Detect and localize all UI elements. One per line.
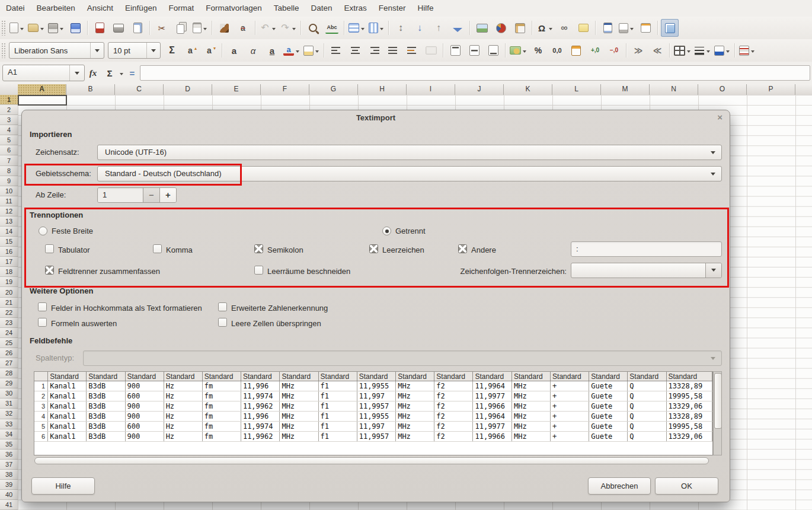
chevron-down-icon[interactable]: [120, 73, 123, 77]
preview-column-header-16[interactable]: Standard: [628, 372, 666, 381]
chevron-down-icon[interactable]: [296, 50, 299, 55]
row-header-14[interactable]: 14: [0, 227, 18, 237]
row-header-32[interactable]: 32: [0, 409, 18, 419]
charset-select[interactable]: Unicode (UTF-16): [97, 145, 722, 160]
row-header-25[interactable]: 25: [0, 338, 18, 348]
preview-column-header-17[interactable]: Standard: [666, 372, 712, 381]
row-header-15[interactable]: 15: [0, 237, 18, 247]
row-header-35[interactable]: 35: [0, 439, 18, 450]
sort-icon[interactable]: ↕: [392, 19, 410, 37]
align-center-icon[interactable]: [346, 42, 364, 59]
insert-row-icon[interactable]: [347, 19, 366, 37]
row-header-16[interactable]: 16: [0, 247, 18, 257]
preview-column-header-9[interactable]: Standard: [357, 372, 395, 381]
shrink-font-icon[interactable]: a▾: [201, 42, 219, 59]
semicolon-checkbox[interactable]: [254, 244, 263, 253]
row-header-33[interactable]: 33: [0, 419, 18, 429]
row-header-19[interactable]: 19: [0, 277, 18, 287]
insert-chart-icon[interactable]: [492, 19, 510, 37]
row-header-1[interactable]: 1: [0, 95, 18, 105]
menu-hilfe[interactable]: Hilfe: [412, 0, 440, 17]
row-header-13[interactable]: 13: [0, 216, 18, 227]
row-header-21[interactable]: 21: [0, 298, 18, 308]
save-icon[interactable]: [47, 19, 65, 37]
increment-button[interactable]: +: [159, 188, 176, 202]
preview-column-header-3[interactable]: Standard: [125, 372, 164, 381]
align-vcenter-icon[interactable]: [465, 42, 483, 59]
chevron-down-icon[interactable]: [272, 28, 276, 32]
chevron-down-icon[interactable]: [90, 43, 104, 58]
row-header-23[interactable]: 23: [0, 318, 18, 328]
skip-empty-checkbox[interactable]: [218, 318, 227, 327]
sum-icon[interactable]: Σ: [163, 42, 181, 59]
column-header-a[interactable]: A: [18, 84, 66, 95]
function-wizard-icon[interactable]: fx: [86, 65, 100, 81]
chevron-down-icon[interactable]: [706, 50, 710, 55]
preview-column-header-8[interactable]: Standard: [318, 372, 357, 381]
open-icon[interactable]: [27, 19, 46, 37]
menu-einf-gen[interactable]: Einfügen: [119, 0, 162, 17]
column-header-h[interactable]: H: [358, 84, 407, 95]
close-icon[interactable]: ×: [717, 112, 723, 123]
preview-column-header-10[interactable]: Standard: [396, 372, 434, 381]
preview-horizontal-scrollbar[interactable]: [34, 457, 709, 464]
justify-icon[interactable]: [384, 42, 402, 59]
new-document-icon[interactable]: [8, 19, 25, 37]
row-header-31[interactable]: 31: [0, 399, 18, 409]
font-color-icon[interactable]: a: [282, 42, 301, 59]
print-area-icon[interactable]: [618, 19, 635, 37]
other-checkbox[interactable]: [458, 244, 467, 253]
row-header-22[interactable]: 22: [0, 308, 18, 318]
font-name-combo[interactable]: Liberation Sans: [9, 42, 104, 59]
column-header-i[interactable]: I: [407, 84, 455, 95]
row-header-27[interactable]: 27: [0, 358, 18, 368]
preview-column-header-4[interactable]: Standard: [164, 372, 202, 381]
fixed-width-radio[interactable]: [39, 227, 47, 235]
chevron-down-icon[interactable]: [361, 28, 365, 32]
print-preview-icon[interactable]: [129, 19, 146, 37]
print-icon[interactable]: [110, 19, 127, 37]
chevron-down-icon[interactable]: [20, 28, 24, 32]
ok-button[interactable]: OK: [655, 477, 718, 495]
menu-ansicht[interactable]: Ansicht: [81, 0, 119, 17]
decrease-indent-icon[interactable]: ≪: [648, 42, 666, 59]
remove-decimal-icon[interactable]: −,0: [605, 42, 623, 59]
preview-column-header-13[interactable]: Standard: [512, 372, 550, 381]
find-replace-icon[interactable]: [304, 19, 322, 37]
column-header-c[interactable]: C: [115, 84, 164, 95]
spelling-icon[interactable]: Abc: [323, 19, 341, 37]
menu-daten[interactable]: Daten: [305, 0, 338, 17]
row-header-17[interactable]: 17: [0, 257, 18, 267]
sort-ascending-icon[interactable]: ↑: [430, 19, 447, 37]
preview-column-header-11[interactable]: Standard: [434, 372, 473, 381]
space-checkbox[interactable]: [369, 244, 378, 253]
evaluate-formulas-checkbox[interactable]: [38, 318, 47, 327]
conditional-formatting-icon[interactable]: [738, 42, 756, 59]
preview-column-header-2[interactable]: Standard: [87, 372, 125, 381]
chevron-down-icon[interactable]: [705, 263, 721, 278]
cut-icon[interactable]: ✂: [153, 19, 171, 37]
column-header-b[interactable]: B: [66, 84, 115, 95]
chevron-down-icon[interactable]: [549, 28, 552, 32]
row-header-18[interactable]: 18: [0, 267, 18, 277]
comma-checkbox[interactable]: [153, 244, 162, 253]
row-header-39[interactable]: 39: [0, 480, 18, 490]
row-header-41[interactable]: 41: [0, 500, 18, 510]
cancel-button[interactable]: Abbrechen: [588, 477, 651, 495]
select-all-corner[interactable]: [0, 84, 18, 95]
quoted-text-checkbox[interactable]: [38, 302, 47, 311]
preview-column-header-14[interactable]: Standard: [551, 372, 589, 381]
chevron-down-icon[interactable]: [687, 50, 690, 55]
menu-bearbeiten[interactable]: Bearbeiten: [31, 0, 81, 17]
autofilter-icon[interactable]: [449, 19, 466, 37]
chevron-down-icon[interactable]: [726, 50, 730, 55]
column-header-d[interactable]: D: [164, 84, 212, 95]
toolbar-grip[interactable]: [1, 43, 5, 58]
add-decimal-icon[interactable]: +,0: [586, 42, 604, 59]
locale-select[interactable]: Standard - Deutsch (Deutschland): [97, 166, 722, 181]
row-header-36[interactable]: 36: [0, 450, 18, 460]
insert-comment-icon[interactable]: [574, 19, 592, 37]
chevron-down-icon[interactable]: [69, 65, 84, 81]
row-header-11[interactable]: 11: [0, 196, 18, 206]
row-header-20[interactable]: 20: [0, 287, 18, 297]
